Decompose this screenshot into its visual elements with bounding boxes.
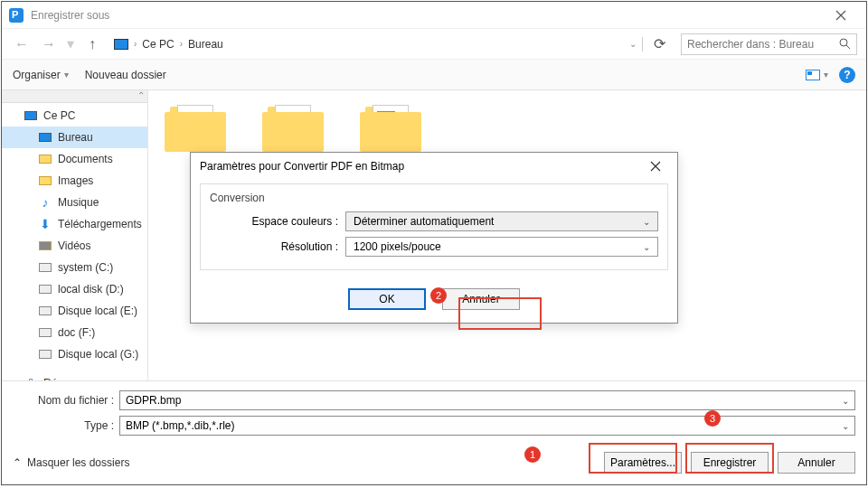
chevron-down-icon: ▾ <box>64 70 69 80</box>
organize-menu[interactable]: Organiser ▾ <box>13 69 69 81</box>
tree-label: Bureau <box>58 131 93 144</box>
tree-cepc[interactable]: Ce PC <box>2 105 147 127</box>
window-title: Enregistrer sous <box>31 9 823 22</box>
tree-reseau[interactable]: 🖧Réseau <box>2 372 147 380</box>
folder-item[interactable] <box>165 101 226 152</box>
download-icon: ⬇ <box>38 218 52 230</box>
tree-label: Disque local (G:) <box>58 348 138 361</box>
tree-videos[interactable]: Vidéos <box>2 235 147 257</box>
nav-separator: ▾ <box>67 35 74 52</box>
folder-icon <box>39 176 52 185</box>
filetype-select[interactable]: BMP (*.bmp,*.dib,*.rle) ⌄ <box>119 416 855 436</box>
params-label: Paramètres... <box>610 456 675 469</box>
up-button[interactable]: ↑ <box>81 33 103 55</box>
drive-icon <box>39 350 52 359</box>
tree-label: local disk (D:) <box>58 283 124 296</box>
view-icon <box>806 70 820 80</box>
chevron-right-icon: › <box>134 39 137 49</box>
drive-icon <box>39 285 52 294</box>
close-button[interactable] <box>823 3 859 28</box>
tree-images[interactable]: Images <box>2 170 147 192</box>
settings-dialog: Paramètres pour Convertir PDF en Bitmap … <box>190 152 678 324</box>
tree-system-c[interactable]: system (C:) <box>2 257 147 278</box>
back-button[interactable]: ← <box>11 33 33 55</box>
new-folder-button[interactable]: Nouveau dossier <box>85 69 166 81</box>
video-icon <box>39 241 52 250</box>
drive-icon <box>39 263 52 272</box>
help-button[interactable]: ? <box>839 67 855 83</box>
sidebar-scroll[interactable]: ⌃ <box>2 90 147 103</box>
ok-button[interactable]: OK <box>348 288 426 310</box>
folder-icon <box>39 155 52 164</box>
tree-localdisk-d[interactable]: local disk (D:) <box>2 278 147 300</box>
save-panel: Nom du fichier : GDPR.bmp ⌄ Type : BMP (… <box>2 380 866 484</box>
drive-icon <box>39 306 52 315</box>
resolution-value: 1200 pixels/pouce <box>354 240 441 253</box>
tree-telechargements[interactable]: ⬇Téléchargements <box>2 213 147 235</box>
chevron-down-icon[interactable]: ⌄ <box>842 421 849 431</box>
folder-item[interactable] <box>360 101 421 152</box>
filetype-value: BMP (*.bmp,*.dib,*.rle) <box>126 419 235 432</box>
crumb-cepc[interactable]: Ce PC <box>142 38 174 51</box>
tree-label: system (C:) <box>58 261 113 274</box>
crumb-bureau[interactable]: Bureau <box>188 38 223 51</box>
colorspace-value: Déterminer automatiquement <box>354 215 494 228</box>
params-button[interactable]: Paramètres... <box>604 452 682 474</box>
tree-label: doc (F:) <box>58 326 95 339</box>
hide-folders-link[interactable]: ⌃ Masquer les dossiers <box>13 456 129 469</box>
tree-documents[interactable]: Documents <box>2 148 147 170</box>
cancel-button[interactable]: Annuler <box>778 452 855 474</box>
colorspace-label: Espace couleurs : <box>210 215 345 228</box>
save-label: Enregistrer <box>703 456 757 469</box>
network-icon: 🖧 <box>24 377 38 380</box>
desktop-icon <box>39 133 52 142</box>
chevron-up-icon: ⌃ <box>13 456 22 469</box>
dialog-actions: OK Annuler <box>191 279 677 323</box>
refresh-button[interactable]: ⟳ <box>648 33 670 55</box>
hide-folders-label: Masquer les dossiers <box>27 456 129 469</box>
breadcrumb[interactable]: › Ce PC › Bureau ⌄ ⟳ <box>108 33 675 55</box>
tree-musique[interactable]: ♪Musique <box>2 192 147 213</box>
app-icon <box>9 8 24 23</box>
tree-disque-g[interactable]: Disque local (G:) <box>2 343 147 365</box>
search-input[interactable] <box>687 38 839 51</box>
tree-doc-f[interactable]: doc (F:) <box>2 322 147 343</box>
search-box[interactable] <box>681 33 857 55</box>
filename-label: Nom du fichier : <box>13 394 119 407</box>
tree-bureau[interactable]: Bureau <box>2 127 147 148</box>
new-folder-label: Nouveau dossier <box>85 69 166 81</box>
filename-value: GDPR.bmp <box>126 394 181 407</box>
dialog-cancel-button[interactable]: Annuler <box>442 288 520 310</box>
tree-disque-e[interactable]: Disque local (E:) <box>2 300 147 322</box>
tree-label: Disque local (E:) <box>58 305 137 317</box>
tree-label: Images <box>58 174 93 187</box>
tree-label: Vidéos <box>58 239 90 252</box>
search-icon[interactable] <box>839 38 851 50</box>
chevron-down-icon[interactable]: ⌄ <box>629 39 637 49</box>
group-label: Conversion <box>210 192 658 204</box>
colorspace-select[interactable]: Déterminer automatiquement ⌄ <box>345 211 658 231</box>
folder-tree: Ce PC Bureau Documents Images ♪Musique ⬇… <box>2 90 147 380</box>
filetype-label: Type : <box>13 419 119 432</box>
svg-point-0 <box>840 39 847 46</box>
pc-icon <box>114 39 128 50</box>
save-button[interactable]: Enregistrer <box>691 452 769 474</box>
address-bar: ← → ▾ ↑ › Ce PC › Bureau ⌄ ⟳ <box>2 29 866 60</box>
folder-item[interactable] <box>262 101 324 152</box>
dialog-close-button[interactable] <box>643 155 668 177</box>
tree-label: Ce PC <box>43 109 75 122</box>
chevron-down-icon[interactable]: ⌄ <box>842 396 849 406</box>
tree-label: Téléchargements <box>58 218 142 230</box>
dialog-cancel-label: Annuler <box>462 293 499 305</box>
toolbar: Organiser ▾ Nouveau dossier ▾ ? <box>2 60 866 90</box>
tree-label: Réseau <box>43 377 80 380</box>
organize-label: Organiser <box>13 69 61 81</box>
chevron-down-icon: ▾ <box>824 70 828 80</box>
view-menu[interactable]: ▾ <box>806 70 828 80</box>
scroll-up-icon[interactable]: ⌃ <box>135 90 147 102</box>
resolution-label: Résolution : <box>210 240 345 253</box>
filename-input[interactable]: GDPR.bmp ⌄ <box>119 390 855 410</box>
resolution-select[interactable]: 1200 pixels/pouce ⌄ <box>345 237 658 257</box>
dialog-title: Paramètres pour Convertir PDF en Bitmap <box>200 160 404 173</box>
forward-button[interactable]: → <box>38 33 60 55</box>
